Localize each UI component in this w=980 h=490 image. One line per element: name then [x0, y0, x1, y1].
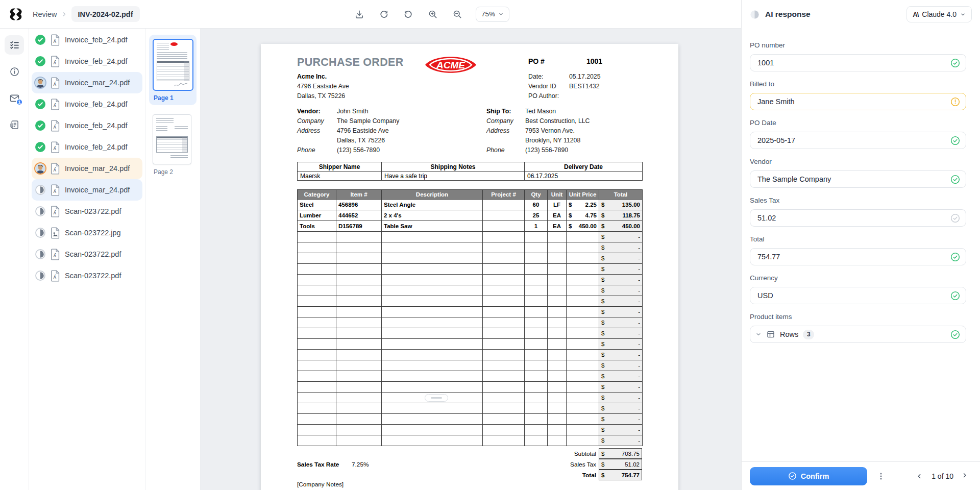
zoom-in-button[interactable] — [427, 8, 439, 20]
kebab-icon — [877, 472, 885, 480]
page-drag-handle[interactable] — [425, 394, 448, 402]
rail-item-messages[interactable]: 1 — [5, 88, 24, 108]
cell: 60 — [525, 200, 548, 210]
pdf-file-icon: ʎ — [51, 184, 60, 196]
rotate-counterclockwise-button[interactable] — [402, 8, 414, 20]
svg-text:ʎ: ʎ — [53, 59, 56, 65]
check-done-icon — [35, 35, 45, 45]
list-item[interactable]: ʎ Invoice_mar_24.pdf — [32, 158, 142, 179]
acme-logo: ACME — [424, 53, 477, 77]
download-button[interactable] — [353, 8, 365, 20]
chevron-right-icon — [962, 473, 969, 480]
chevron-left-icon — [916, 473, 923, 480]
list-item[interactable]: ʎ Scan-023722.pdf — [32, 201, 142, 222]
pdf-file-icon: ʎ — [51, 99, 60, 110]
status-icon — [35, 120, 45, 131]
field-status-icon — [950, 136, 960, 145]
image-file-icon — [51, 227, 60, 239]
anthropic-logo-icon: A\ — [913, 11, 918, 18]
svg-text:ʎ: ʎ — [53, 124, 56, 130]
ai-panel-header: AI response A\ Claude 4.0 — [742, 0, 980, 29]
thumbnail-page-1[interactable]: Page 1 — [149, 35, 197, 105]
status-icon — [35, 163, 45, 174]
status-icon — [35, 56, 45, 66]
previous-page-button[interactable] — [913, 470, 925, 482]
list-item[interactable]: ʎ Scan-023722.pdf — [32, 243, 142, 265]
ai-response-panel: AI response A\ Claude 4.0 PO number 1001… — [741, 0, 980, 490]
field-input[interactable]: 754.77 — [750, 248, 966, 265]
more-options-button[interactable] — [874, 469, 888, 483]
pending-half-icon — [35, 206, 45, 216]
po-item-row-empty: $- — [298, 414, 643, 425]
field-input[interactable]: The Sample Company — [750, 170, 966, 188]
list-item[interactable]: ʎ Invoice_mar_24.pdf — [32, 179, 142, 201]
svg-text:ʎ: ʎ — [53, 252, 56, 258]
summary-row: Sales Tax $51.02 — [297, 459, 642, 470]
field-input[interactable]: 1001 — [750, 54, 966, 71]
meta-value: 05.17.2025 — [569, 72, 601, 82]
rotate-clockwise-button[interactable] — [378, 8, 390, 20]
field-input[interactable]: 2025-05-17 — [750, 132, 966, 149]
thumbnail-page-2[interactable]: Page 2 — [153, 114, 200, 176]
cell: Qty — [525, 190, 548, 200]
model-select[interactable]: A\ Claude 4.0 — [906, 6, 972, 22]
file-name: Invoice_mar_24.pdf — [65, 79, 130, 87]
breadcrumb[interactable]: Review — [33, 10, 57, 18]
list-item[interactable]: ʎ Invoice_feb_24.pdf — [32, 136, 142, 158]
status-icon — [35, 228, 45, 238]
cell: Shipping Notes — [382, 162, 525, 172]
list-item[interactable]: Scan-023722.jpg — [32, 222, 142, 243]
product-items-row[interactable]: Rows 3 — [750, 326, 966, 343]
cell: $- — [599, 425, 643, 435]
viewer-toolbar: 75% — [353, 0, 509, 28]
cell: $- — [599, 382, 643, 393]
rail-item-info[interactable] — [5, 62, 24, 81]
list-item[interactable]: ʎ Scan-023722.pdf — [32, 265, 142, 286]
field-input[interactable]: 51.02 — [750, 209, 966, 227]
cell: 444652 — [336, 210, 382, 221]
pdf-file-icon: ʎ — [51, 34, 60, 46]
addr-value: 4796 Eastside Ave — [337, 126, 399, 136]
cell: $- — [599, 275, 643, 285]
next-page-button[interactable] — [960, 470, 972, 482]
po-item-row-empty: $- — [298, 242, 643, 253]
pdf-viewer: PURCHASE ORDER ACME PO # 1001 Acme Inc. … — [201, 29, 741, 490]
svg-text:ʎ: ʎ — [53, 38, 56, 44]
cell: LF — [548, 200, 567, 210]
zoom-out-button[interactable] — [451, 8, 463, 20]
po-item-row: Steel456896Steel Angle60LF$2.25$135.00 — [298, 200, 643, 210]
cell: 456896 — [336, 200, 382, 210]
rail-item-review-list[interactable] — [5, 35, 24, 55]
list-item[interactable]: ʎ Invoice_feb_24.pdf — [32, 115, 142, 136]
shipping-header-row: Shipper Name Shipping Notes Delivery Dat… — [298, 162, 643, 172]
extracted-fields: PO number 1001 Billed to Jane Smith PO D… — [742, 29, 980, 461]
cell: $- — [599, 307, 643, 317]
zoom-level-select[interactable]: 75% — [476, 7, 509, 22]
cell: Unit — [548, 190, 567, 200]
field-input[interactable]: Jane Smith — [750, 93, 966, 110]
addr-value: John Smith — [337, 107, 399, 116]
status-ok-icon — [950, 58, 960, 68]
po-item-row: ToolsD156789Table Saw1EA$450.00$450.00 — [298, 221, 643, 232]
from-address2: Dallas, TX 75226 — [297, 91, 349, 101]
addr-label: Ship To: — [486, 107, 513, 116]
field-input[interactable]: USD — [750, 287, 966, 304]
cell: Description — [382, 190, 483, 200]
summary-label: Subtotal — [574, 450, 596, 457]
list-item[interactable]: ʎ Invoice_feb_24.pdf — [32, 51, 142, 72]
list-item[interactable]: ʎ Invoice_mar_24.pdf — [32, 72, 142, 93]
chevron-down-icon — [755, 331, 762, 337]
field-value: The Sample Company — [757, 175, 950, 183]
list-item[interactable]: ʎ Invoice_feb_24.pdf — [32, 93, 142, 115]
cell: $- — [599, 350, 643, 360]
file-name: Invoice_feb_24.pdf — [65, 121, 128, 130]
list-item[interactable]: ʎ Invoice_feb_24.pdf — [32, 29, 142, 51]
status-icon — [35, 271, 45, 281]
rail-item-attachments[interactable] — [5, 115, 24, 134]
field-label: PO number — [750, 41, 966, 51]
file-type-icon: ʎ — [50, 55, 60, 67]
model-name: Claude 4.0 — [922, 10, 957, 18]
cell: Category — [298, 190, 336, 200]
confirm-button[interactable]: Confirm — [750, 467, 867, 485]
current-file-chip[interactable]: INV-2024-02.pdf — [71, 6, 140, 22]
